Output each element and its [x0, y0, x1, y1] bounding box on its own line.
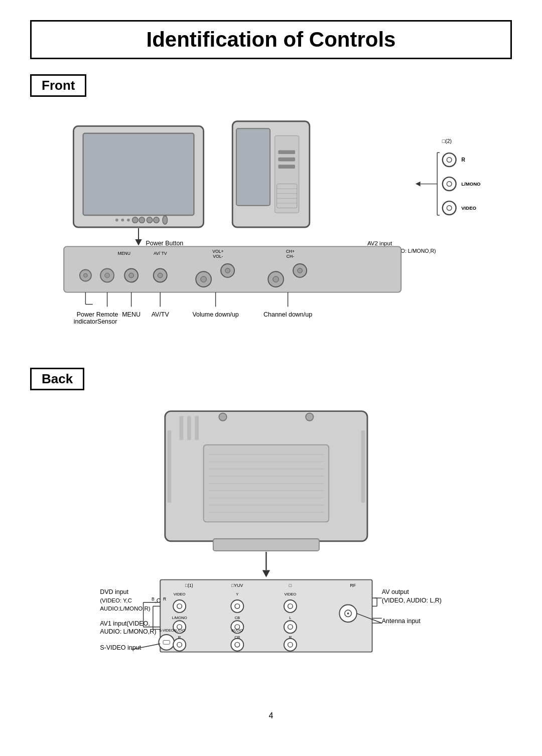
svg-rect-15	[278, 165, 295, 169]
back-diagram: □(1) □YUV □ RF VIDEO Y VIDEO	[30, 400, 512, 701]
svg-text:L: L	[289, 616, 292, 620]
svg-point-59	[225, 268, 230, 273]
svg-rect-12	[275, 136, 299, 213]
svg-marker-99	[262, 570, 270, 577]
svg-text:AV1 input(VIDEO,: AV1 input(VIDEO,	[100, 620, 150, 627]
svg-rect-13	[278, 150, 295, 154]
svg-text:VIDEO: VIDEO	[461, 205, 476, 211]
svg-point-137	[235, 642, 240, 647]
svg-point-51	[105, 273, 110, 278]
svg-rect-80	[180, 416, 184, 440]
svg-text:CH+: CH+	[286, 249, 295, 254]
svg-text:R: R	[163, 596, 166, 601]
svg-text:RF: RF	[350, 583, 356, 588]
svg-point-2	[115, 219, 118, 222]
svg-point-23	[447, 158, 452, 163]
front-diagram: □(2) R L/MONO VIDEO	[30, 107, 512, 348]
svg-text:MENU: MENU	[122, 311, 141, 318]
back-label: Back	[30, 368, 84, 390]
svg-rect-1	[83, 133, 194, 215]
control-panel-strip: MENU AV/ TV VOL+ VOL- CH+ CH-	[64, 246, 401, 292]
svg-rect-11	[236, 128, 270, 206]
front-label: Front	[30, 74, 86, 97]
tv-back-view	[165, 411, 367, 551]
svg-text:AUDIO:L/MONO,R): AUDIO:L/MONO,R)	[100, 606, 151, 612]
tv-side-view	[232, 121, 310, 227]
svg-text:□: □	[289, 583, 292, 588]
svg-rect-85	[168, 430, 172, 503]
svg-text:VIDEO: VIDEO	[174, 592, 186, 596]
svg-text:VOL-: VOL-	[213, 254, 223, 259]
svg-text:AUDIO: AUDIO	[231, 628, 243, 633]
svg-rect-97	[213, 539, 319, 551]
svg-point-6	[139, 217, 145, 223]
svg-rect-81	[187, 416, 191, 440]
svg-point-111	[235, 604, 240, 609]
svg-point-135	[177, 642, 182, 647]
svg-point-63	[298, 268, 303, 273]
svg-text:VIDEO: VIDEO	[284, 592, 296, 596]
svg-text:DVD input: DVD input	[100, 588, 128, 595]
av2-panel: □(2) R L/MONO VIDEO	[416, 138, 481, 215]
svg-point-132	[159, 635, 174, 650]
svg-point-116	[347, 613, 349, 615]
svg-point-61	[273, 276, 279, 282]
svg-point-8	[154, 217, 160, 223]
svg-point-139	[288, 642, 293, 647]
svg-text:Sensor: Sensor	[97, 318, 117, 325]
svg-point-109	[177, 604, 182, 609]
svg-text:Y: Y	[236, 592, 238, 596]
svg-text:Power Button: Power Button	[146, 240, 183, 247]
page-number: 4	[30, 711, 512, 720]
svg-point-9	[163, 216, 168, 224]
svg-text:B: B	[152, 596, 155, 601]
svg-text:CB: CB	[234, 616, 240, 620]
svg-text:S-VIDEO input: S-VIDEO input	[100, 644, 141, 651]
svg-marker-39	[135, 239, 142, 245]
svg-text:R: R	[461, 157, 465, 163]
port-panel: □(1) □YUV □ RF VIDEO Y VIDEO	[159, 580, 372, 652]
svg-point-57	[201, 276, 207, 282]
svg-text:□YUV: □YUV	[231, 583, 243, 588]
svg-text:AUDIO: L/MONO,R): AUDIO: L/MONO,R)	[100, 628, 156, 635]
page: Identification of Controls Front	[0, 0, 542, 756]
svg-point-125	[288, 625, 293, 630]
svg-text:Power: Power	[77, 311, 94, 318]
svg-point-113	[288, 604, 293, 609]
svg-text:CH-: CH-	[287, 254, 294, 259]
svg-text:VOL+: VOL+	[212, 249, 223, 254]
svg-point-3	[121, 219, 124, 222]
back-section: Back	[30, 368, 512, 701]
svg-marker-35	[416, 182, 421, 187]
tv-front-view	[73, 126, 203, 227]
svg-point-5	[132, 217, 139, 223]
svg-point-49	[84, 273, 88, 277]
front-section: Front	[30, 74, 512, 348]
svg-text:L/MONO: L/MONO	[172, 616, 187, 620]
svg-point-84	[306, 413, 313, 420]
svg-text:(VIDEO: Y,C: (VIDEO: Y,C	[100, 597, 132, 603]
svg-text:□(2): □(2)	[442, 138, 452, 144]
svg-text:MENU: MENU	[117, 251, 130, 256]
svg-text:□(1): □(1)	[185, 583, 193, 588]
svg-point-4	[127, 219, 130, 222]
svg-rect-86	[361, 430, 365, 503]
svg-text:S-VIDEO: S-VIDEO	[159, 628, 174, 633]
svg-text:Antenna input: Antenna input	[382, 618, 421, 625]
svg-text:(VIDEO, AUDIO: L,R): (VIDEO, AUDIO: L,R)	[382, 597, 442, 604]
svg-text:Channel down/up: Channel down/up	[263, 311, 312, 318]
svg-text:AUDIO: AUDIO	[174, 628, 185, 633]
svg-point-83	[219, 413, 226, 420]
svg-text:L/MONO: L/MONO	[461, 181, 481, 187]
svg-text:indicator: indicator	[74, 318, 97, 325]
page-title: Identification of Controls	[30, 20, 512, 59]
front-svg: □(2) R L/MONO VIDEO	[30, 107, 512, 348]
svg-point-7	[147, 217, 153, 223]
svg-point-29	[447, 206, 452, 211]
svg-text:AV output: AV output	[382, 588, 409, 595]
svg-point-55	[158, 273, 163, 278]
svg-text:AV2 input: AV2 input	[367, 240, 392, 246]
svg-text:AV/ TV: AV/ TV	[154, 251, 167, 256]
svg-text:Volume down/up: Volume down/up	[192, 311, 238, 318]
svg-point-53	[129, 273, 134, 278]
